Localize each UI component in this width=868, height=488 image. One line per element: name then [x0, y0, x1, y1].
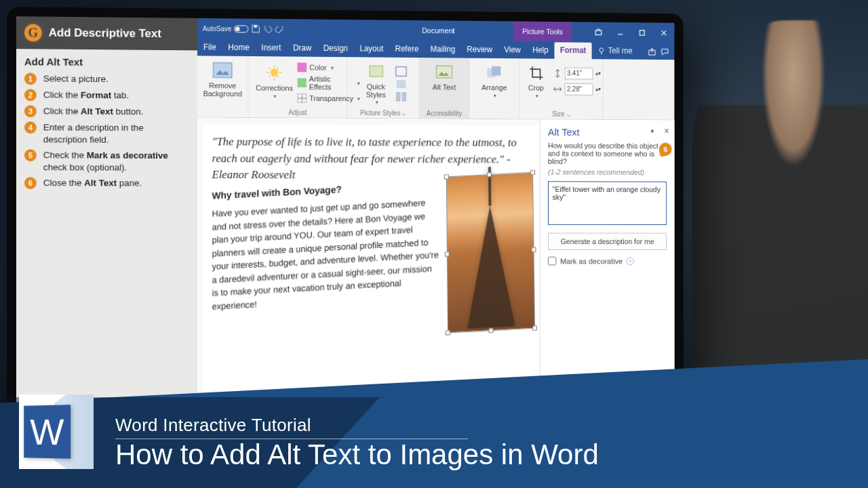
svg-rect-1	[595, 30, 601, 35]
tutorial-step: 1Select a picture.	[24, 73, 189, 86]
group-accessibility-label: Accessibility	[427, 108, 462, 117]
svg-point-6	[271, 68, 279, 77]
tab-format[interactable]: Format	[554, 42, 592, 59]
quick-styles-menu[interactable]: Quick Styles	[359, 60, 392, 108]
document-paragraph: Have you ever wanted to just get up and …	[212, 196, 440, 313]
contextual-tab-label: Picture Tools	[513, 21, 572, 41]
tab-review[interactable]: Review	[461, 41, 498, 58]
tab-help[interactable]: Help	[527, 42, 555, 59]
tutorial-step: 5Check the Mark as decorative check box …	[24, 149, 189, 174]
svg-rect-14	[401, 92, 406, 102]
autosave-toggle[interactable]: AutoSave	[203, 24, 249, 33]
ribbon-display-icon[interactable]	[587, 22, 609, 43]
mark-decorative-checkbox[interactable]: Mark as decorative i	[548, 257, 667, 266]
arrange-menu[interactable]: Arrange	[475, 61, 513, 101]
svg-rect-5	[214, 62, 232, 77]
tab-view[interactable]: View	[498, 42, 527, 59]
group-picture-styles-label: Picture Styles ⌵	[360, 108, 406, 117]
tutorial-step: 6Close the Alt Text pane.	[24, 177, 189, 190]
tab-design[interactable]: Design	[317, 40, 354, 57]
brand-logo: G	[23, 22, 43, 43]
tutorial-step: 4Enter a description in the description …	[24, 121, 189, 146]
sidebar-title: Add Descriptive Text	[49, 26, 161, 41]
generate-description-button[interactable]: Generate a description for me	[548, 233, 667, 250]
tab-draw[interactable]: Draw	[287, 40, 317, 57]
tab-references[interactable]: Refere	[389, 41, 425, 58]
comments-icon[interactable]	[660, 47, 669, 57]
person-silhouette	[692, 20, 868, 373]
share-icon[interactable]	[648, 47, 656, 56]
svg-rect-15	[437, 66, 452, 78]
sidebar-header: G Add Descriptive Text	[16, 16, 197, 50]
crop-menu[interactable]: Crop	[521, 61, 550, 101]
tab-file[interactable]: File	[197, 39, 222, 56]
svg-rect-2	[639, 30, 644, 35]
info-icon[interactable]: i	[627, 257, 634, 265]
svg-rect-10	[370, 66, 382, 77]
remove-background-button[interactable]: Remove Background	[203, 58, 243, 100]
tab-mailings[interactable]: Mailing	[425, 41, 461, 58]
width-input[interactable]: 2.28"▴▾	[553, 83, 600, 96]
group-adjust-label: Adjust	[288, 107, 307, 117]
maximize-icon[interactable]	[631, 22, 652, 42]
video-title: How to Add Alt Text to Images in Word	[115, 439, 599, 470]
svg-rect-7	[298, 62, 307, 72]
pane-close-icon[interactable]: ×	[664, 125, 669, 136]
ribbon: Remove Background . Corrections Color Ar…	[197, 56, 674, 120]
pane-options-icon[interactable]: ▼	[650, 128, 655, 135]
tell-me-search[interactable]: Tell me	[592, 43, 638, 60]
corrections-menu[interactable]: Corrections	[254, 61, 295, 102]
undo-icon[interactable]	[263, 24, 273, 34]
lightbulb-icon	[597, 47, 605, 55]
svg-point-3	[599, 48, 604, 52]
svg-rect-0	[254, 25, 257, 28]
svg-rect-8	[298, 78, 307, 87]
callout-badge: 6	[658, 142, 673, 157]
minimize-icon[interactable]	[609, 22, 631, 43]
pane-prompt: How would you describe this object and i…	[548, 142, 667, 166]
save-icon[interactable]	[252, 24, 261, 33]
title-bar: AutoSave Document Picture Tools	[197, 18, 674, 43]
video-subtitle: Word Interactive Tutorial	[115, 415, 599, 439]
tutorial-step: 2Click the Format tab.	[24, 89, 189, 102]
svg-rect-12	[396, 80, 405, 88]
tab-layout[interactable]: Layout	[354, 41, 389, 58]
height-input[interactable]: 3.41"▴▾	[553, 66, 600, 80]
tutorial-step: 3Click the Alt Text button.	[24, 105, 189, 118]
tab-home[interactable]: Home	[222, 39, 256, 56]
document-title: Document	[422, 26, 454, 35]
alt-text-button[interactable]: Alt Text	[425, 60, 464, 94]
picture-effects-menu[interactable]	[395, 79, 406, 89]
picture-layout-menu[interactable]	[395, 92, 406, 102]
selected-image[interactable]	[447, 173, 534, 333]
group-size-label: Size ⌵	[552, 108, 570, 118]
close-icon[interactable]	[652, 22, 674, 42]
pane-hint: (1-2 sentences recommended)	[548, 168, 667, 176]
tab-insert[interactable]: Insert	[255, 39, 287, 56]
svg-rect-11	[395, 66, 406, 76]
svg-rect-17	[492, 66, 500, 76]
sidebar-subhead: Add Alt Text	[24, 56, 189, 68]
redo-icon[interactable]	[275, 24, 285, 34]
picture-border-menu[interactable]	[395, 66, 406, 77]
word-logo: W	[19, 394, 94, 469]
svg-rect-13	[395, 92, 400, 102]
alt-text-input[interactable]	[548, 181, 667, 225]
